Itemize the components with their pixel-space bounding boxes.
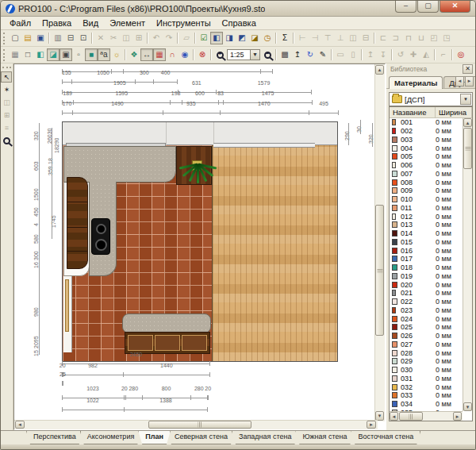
snap-edge-icon[interactable]: ◳	[440, 32, 453, 44]
material-row[interactable]: 0300 мм	[390, 366, 463, 375]
move-up-icon[interactable]: ↥	[364, 48, 377, 61]
distribute-bottom-icon[interactable]: ⊔	[415, 32, 428, 44]
material-row[interactable]: 0170 мм	[390, 255, 463, 263]
menu-инструменты[interactable]: Инструменты	[151, 17, 217, 29]
snap-corner-icon[interactable]: ◰	[428, 32, 440, 44]
material-row[interactable]: 0060 мм	[390, 161, 463, 170]
material-row[interactable]: 0320 мм	[390, 383, 463, 391]
zoom-tool-icon[interactable]	[1, 135, 12, 146]
scale-value[interactable]: 1:25	[227, 49, 251, 60]
material-row[interactable]: 0040 мм	[390, 144, 463, 152]
column-name[interactable]: Название	[390, 107, 436, 117]
material-row[interactable]: 0070 мм	[390, 170, 463, 179]
copy-icon[interactable]: ◫	[120, 32, 132, 44]
canvas-vscroll-thumb[interactable]	[375, 205, 384, 336]
toolbar-grip[interactable]	[3, 33, 7, 44]
menu-элемент[interactable]: Элемент	[104, 17, 151, 29]
material-row[interactable]: 0090 мм	[390, 187, 463, 195]
view-tab-аксонометрия[interactable]: Аксонометрия	[80, 431, 142, 444]
align-left-icon[interactable]: ⊢	[296, 32, 309, 44]
canvas-hscroll-thumb[interactable]	[148, 421, 251, 429]
redo-icon[interactable]: ↷	[163, 32, 175, 44]
library-tab-materials[interactable]: Материалы	[389, 76, 443, 89]
paste-icon[interactable]: ⊞	[132, 32, 145, 44]
scroll-right-icon[interactable]: ►	[367, 421, 376, 429]
material-row[interactable]: 0210 мм	[390, 289, 463, 298]
group-icon[interactable]: ▭	[334, 48, 347, 61]
snap-magnet-icon[interactable]: ∩	[166, 48, 178, 61]
list-hscrollbar[interactable]: ◄ ►	[390, 411, 463, 421]
view-tab-восточная-стена[interactable]: Восточная стена	[351, 431, 420, 444]
center-view-icon[interactable]: ◎	[455, 48, 467, 61]
material-row[interactable]: 0290 мм	[390, 357, 463, 366]
scroll-up-icon[interactable]: ▲	[375, 65, 384, 75]
material-row[interactable]: 0200 мм	[390, 280, 463, 289]
zoom-out-icon[interactable]: −	[261, 48, 274, 61]
cut-icon[interactable]: ✂	[107, 32, 120, 44]
undo-icon[interactable]: ↶	[150, 32, 163, 44]
delete-icon[interactable]: ✕	[94, 32, 107, 44]
corner-icon[interactable]: ⌐	[437, 48, 450, 61]
tab-scroll-right-icon[interactable]: ►	[465, 76, 474, 87]
material-row[interactable]: 0150 мм	[390, 238, 463, 247]
ungroup-icon[interactable]: ▯	[347, 48, 359, 61]
list-vscrollbar[interactable]: ▲ ▼	[463, 118, 472, 411]
toolbar-grip[interactable]	[2, 67, 11, 68]
element-properties-icon[interactable]: ▱	[180, 32, 193, 44]
room-tool-icon[interactable]: ✶	[1, 84, 12, 95]
view-textures-icon[interactable]: ◪	[47, 48, 60, 61]
view-colors-icon[interactable]: ◧	[34, 48, 47, 61]
dropdown-arrow-icon[interactable]: ▼	[251, 49, 260, 60]
distribute-top-icon[interactable]: ⊓	[402, 32, 415, 44]
material-row[interactable]: 0050 мм	[390, 152, 463, 161]
view-descriptions-icon[interactable]: ªa	[98, 48, 110, 61]
material-row[interactable]: 0020 мм	[390, 127, 463, 136]
show-grid-icon[interactable]: ▦	[153, 48, 166, 61]
move-down-icon[interactable]: ↧	[377, 48, 390, 61]
view-tab-западная-стена[interactable]: Западная стена	[232, 431, 298, 444]
material-row[interactable]: 0140 мм	[390, 229, 463, 238]
material-row[interactable]: 0310 мм	[390, 375, 463, 383]
save-icon[interactable]: ▣	[34, 32, 47, 44]
join-vertical-icon[interactable]: ⊟	[359, 32, 372, 44]
draw-icon[interactable]: ✎	[317, 48, 329, 61]
material-row[interactable]: 0250 мм	[390, 323, 463, 332]
maximize-button[interactable]: ▢	[417, 1, 439, 13]
rotate-view-icon[interactable]: ↻	[304, 48, 317, 61]
menu-правка[interactable]: Правка	[36, 17, 77, 29]
column-width[interactable]: Ширина	[436, 107, 472, 117]
material-row[interactable]: 0080 мм	[390, 178, 463, 187]
view-wireframe-icon[interactable]: ▦	[9, 48, 21, 61]
zoom-in-icon[interactable]: +	[213, 48, 226, 61]
view-contours-icon[interactable]: ▣	[60, 48, 72, 61]
show-price-icon[interactable]: ◷	[261, 32, 274, 44]
menu-файл[interactable]: Файл	[4, 17, 36, 29]
material-row[interactable]: 0030 мм	[390, 136, 463, 144]
scroll-right-icon[interactable]: ►	[453, 412, 462, 421]
levels-tool-icon[interactable]: ≡	[1, 122, 12, 133]
print-preview-icon[interactable]: ⊡	[77, 32, 90, 44]
material-row[interactable]: 0230 мм	[390, 306, 463, 315]
distribute-left-icon[interactable]: ⊏	[377, 32, 390, 44]
align-top-icon[interactable]: ⊤	[321, 32, 334, 44]
material-category-dropdown[interactable]: [ДСП] ▼	[389, 92, 473, 106]
material-row[interactable]: 0340 мм	[390, 400, 463, 409]
new-icon[interactable]: ▢	[9, 32, 21, 44]
move-icon[interactable]: ✚	[407, 48, 420, 61]
material-row[interactable]: 0220 мм	[390, 298, 463, 306]
material-row[interactable]: 0270 мм	[390, 340, 463, 349]
autoformat-icon[interactable]: ❖	[128, 48, 140, 61]
view-tab-южная-стена[interactable]: Южная стена	[295, 431, 354, 444]
align-bottom-icon[interactable]: ⊥	[334, 32, 347, 44]
view-tab-план[interactable]: План	[138, 431, 171, 444]
document-properties-icon[interactable]: ▥	[52, 32, 64, 44]
material-row[interactable]: 0180 мм	[390, 263, 463, 272]
show-settings-icon[interactable]: ☑	[198, 32, 210, 44]
material-row[interactable]: 0120 мм	[390, 212, 463, 221]
measure-tool-icon[interactable]: ⊞	[1, 110, 12, 121]
drawing-canvas[interactable]: 8072042261204155105030040019056311579189…	[13, 63, 386, 430]
view-light-icon[interactable]: ☼	[110, 48, 123, 61]
material-row[interactable]: 0260 мм	[390, 332, 463, 340]
view-tab-перспектива[interactable]: Перспектива	[26, 431, 83, 444]
scroll-left-icon[interactable]: ◄	[390, 412, 398, 421]
